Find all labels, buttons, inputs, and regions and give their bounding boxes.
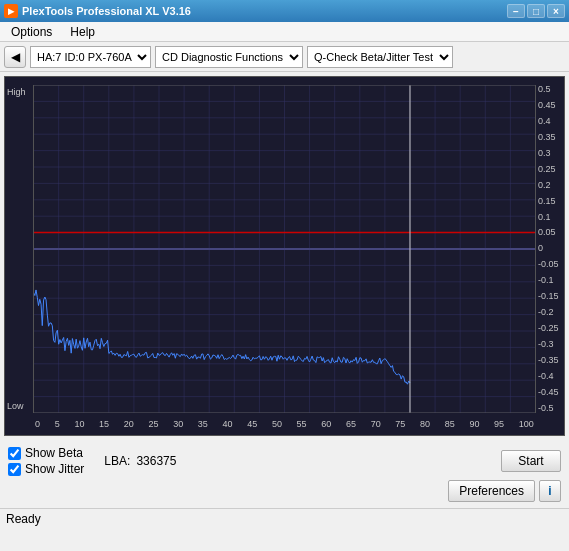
app-icon: ▶ xyxy=(4,4,18,18)
y-axis-label: -0.05 xyxy=(538,260,559,269)
x-axis-label: 0 xyxy=(35,419,40,429)
y-axis-label: -0.3 xyxy=(538,340,554,349)
y-axis-right: 0.50.450.40.350.30.250.20.150.10.050-0.0… xyxy=(536,85,564,413)
y-axis-label: 0 xyxy=(538,244,543,253)
x-axis-label: 75 xyxy=(395,419,405,429)
x-axis-label: 70 xyxy=(371,419,381,429)
function-selector[interactable]: CD Diagnostic Functions xyxy=(155,46,303,68)
y-axis-label: -0.35 xyxy=(538,356,559,365)
y-axis-label: -0.4 xyxy=(538,372,554,381)
menu-options[interactable]: Options xyxy=(4,22,59,42)
y-axis-label: -0.5 xyxy=(538,404,554,413)
x-axis-label: 50 xyxy=(272,419,282,429)
y-axis-label: 0.2 xyxy=(538,181,551,190)
show-jitter-checkbox[interactable] xyxy=(8,463,21,476)
y-axis-label: -0.1 xyxy=(538,276,554,285)
y-axis-label: 0.45 xyxy=(538,101,556,110)
x-axis-label: 85 xyxy=(445,419,455,429)
y-axis-label: 0.15 xyxy=(538,197,556,206)
menu-bar: Options Help xyxy=(0,22,569,42)
x-axis-label: 30 xyxy=(173,419,183,429)
x-axis-label: 95 xyxy=(494,419,504,429)
preferences-button[interactable]: Preferences xyxy=(448,480,535,502)
y-axis-label: -0.15 xyxy=(538,292,559,301)
x-axis-label: 80 xyxy=(420,419,430,429)
x-axis-label: 45 xyxy=(247,419,257,429)
lba-group: LBA: 336375 xyxy=(104,454,176,468)
y-axis-label: 0.05 xyxy=(538,228,556,237)
show-beta-label: Show Beta xyxy=(25,446,83,460)
minimize-button[interactable]: − xyxy=(507,4,525,18)
show-jitter-label: Show Jitter xyxy=(25,462,84,476)
toolbar: ◀ HA:7 ID:0 PX-760A CD Diagnostic Functi… xyxy=(0,42,569,72)
status-text: Ready xyxy=(6,512,41,526)
x-axis-label: 90 xyxy=(469,419,479,429)
y-axis-label: 0.4 xyxy=(538,117,551,126)
y-axis-left xyxy=(5,85,33,413)
show-beta-row: Show Beta xyxy=(8,446,84,460)
window-title: PlexTools Professional XL V3.16 xyxy=(22,5,191,17)
y-axis-label: 0.5 xyxy=(538,85,551,94)
lba-value: 336375 xyxy=(136,454,176,468)
info-button[interactable]: i xyxy=(539,480,561,502)
y-axis-label: 0.1 xyxy=(538,213,551,222)
toolbar-nav-btn[interactable]: ◀ xyxy=(4,46,26,68)
show-beta-checkbox[interactable] xyxy=(8,447,21,460)
x-axis-label: 65 xyxy=(346,419,356,429)
bottom-panel: Show Beta Show Jitter LBA: 336375 Start … xyxy=(0,440,569,508)
drive-selector[interactable]: HA:7 ID:0 PX-760A xyxy=(30,46,151,68)
x-axis-label: 5 xyxy=(55,419,60,429)
x-axis-label: 15 xyxy=(99,419,109,429)
y-axis-label: 0.3 xyxy=(538,149,551,158)
x-axis-label: 20 xyxy=(124,419,134,429)
checkbox-group: Show Beta Show Jitter xyxy=(8,446,84,476)
x-axis-label: 55 xyxy=(297,419,307,429)
window-controls: − □ × xyxy=(507,4,565,18)
x-axis: 0510152025303540455055606570758085909510… xyxy=(33,413,536,435)
y-axis-label: -0.2 xyxy=(538,308,554,317)
bottom-row-main: Show Beta Show Jitter LBA: 336375 Start xyxy=(8,446,561,476)
y-axis-label: -0.25 xyxy=(538,324,559,333)
title-bar: ▶ PlexTools Professional XL V3.16 − □ × xyxy=(0,0,569,22)
show-jitter-row: Show Jitter xyxy=(8,462,84,476)
menu-help[interactable]: Help xyxy=(63,22,102,42)
x-axis-label: 10 xyxy=(74,419,84,429)
y-axis-label: -0.45 xyxy=(538,388,559,397)
chart-container: High Low 0.50.450.40.350.30.250.20.150.1… xyxy=(4,76,565,436)
x-axis-label: 40 xyxy=(223,419,233,429)
start-button[interactable]: Start xyxy=(501,450,561,472)
y-axis-label: 0.25 xyxy=(538,165,556,174)
x-axis-label: 25 xyxy=(148,419,158,429)
x-axis-label: 60 xyxy=(321,419,331,429)
chart-svg xyxy=(33,85,536,413)
lba-label: LBA: xyxy=(104,454,130,468)
bottom-row-prefs: Preferences i xyxy=(8,480,561,502)
y-axis-label: 0.35 xyxy=(538,133,556,142)
x-axis-label: 100 xyxy=(519,419,534,429)
x-axis-label: 35 xyxy=(198,419,208,429)
test-selector[interactable]: Q-Check Beta/Jitter Test xyxy=(307,46,453,68)
close-button[interactable]: × xyxy=(547,4,565,18)
status-bar: Ready xyxy=(0,508,569,528)
maximize-button[interactable]: □ xyxy=(527,4,545,18)
